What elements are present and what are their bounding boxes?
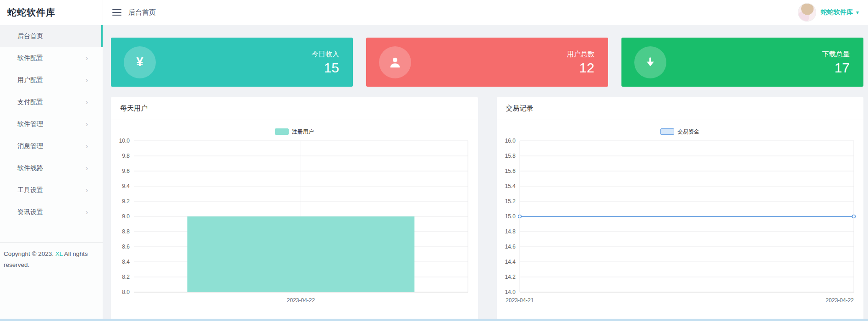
yen-icon: ¥ <box>124 46 156 78</box>
stat-value: 12 <box>567 61 594 75</box>
chevron-right-icon: › <box>86 187 88 194</box>
copyright-brand-link[interactable]: XL <box>55 250 63 257</box>
top-header: 后台首页 蛇蛇软件库 ▼ <box>103 0 868 25</box>
chevron-right-icon: › <box>86 99 88 106</box>
svg-text:15.4: 15.4 <box>505 183 516 189</box>
svg-text:9.0: 9.0 <box>122 213 130 220</box>
sidebar-item-software-manage[interactable]: 软件管理› <box>0 113 103 135</box>
svg-text:2023-04-22: 2023-04-22 <box>825 297 854 304</box>
stat-card-income-today: ¥今日收入15 <box>111 38 353 87</box>
svg-text:8.4: 8.4 <box>122 259 130 265</box>
sidebar-item-message-manage[interactable]: 消息管理› <box>0 135 103 157</box>
sidebar-item-label: 软件管理 <box>17 120 43 128</box>
transactions-chart[interactable]: 16.015.815.615.415.215.014.814.614.414.2… <box>497 137 864 310</box>
copyright-prefix: Copyright © 2023. <box>4 250 55 257</box>
legend-swatch <box>275 128 289 135</box>
sidebar-item-label: 消息管理 <box>17 142 43 150</box>
svg-text:14.4: 14.4 <box>505 259 516 265</box>
sidebar-item-news-settings[interactable]: 资讯设置› <box>0 201 103 223</box>
stat-cards-row: ¥今日收入15用户总数12下载总量17 <box>111 38 863 87</box>
stat-label: 今日收入 <box>312 50 339 59</box>
stat-meta: 用户总数12 <box>567 50 594 75</box>
svg-text:16.0: 16.0 <box>505 138 516 144</box>
chevron-right-icon: › <box>86 55 88 62</box>
avatar[interactable] <box>798 3 816 22</box>
stat-card-total-downloads: 下载总量17 <box>621 38 863 87</box>
sidebar-item-payment-config[interactable]: 支付配置› <box>0 91 103 113</box>
chart-legend[interactable]: 注册用户 <box>111 126 478 137</box>
user-dropdown[interactable]: 蛇蛇软件库 <box>821 8 853 17</box>
svg-text:8.0: 8.0 <box>122 289 130 295</box>
stat-card-total-users: 用户总数12 <box>366 38 608 87</box>
svg-text:8.8: 8.8 <box>122 228 130 235</box>
svg-text:15.2: 15.2 <box>505 198 516 205</box>
svg-text:14.8: 14.8 <box>505 228 516 235</box>
sidebar-item-software-lines[interactable]: 软件线路› <box>0 157 103 179</box>
panel-title: 每天用户 <box>111 97 478 120</box>
app-root: 蛇蛇软件库 后台首页软件配置›用户配置›支付配置›软件管理›消息管理›软件线路›… <box>0 0 868 321</box>
horizontal-scrollbar[interactable] <box>0 319 868 321</box>
user-icon <box>379 46 411 78</box>
app-logo: 蛇蛇软件库 <box>0 0 103 25</box>
stat-label: 下载总量 <box>822 50 850 59</box>
sidebar-item-label: 软件配置 <box>17 54 43 62</box>
svg-text:9.6: 9.6 <box>122 168 130 174</box>
copyright: Copyright © 2023. XL All rights reserved… <box>0 242 103 271</box>
svg-text:9.8: 9.8 <box>122 153 130 159</box>
sidebar-item-label: 用户配置 <box>17 76 43 84</box>
svg-text:2023-04-22: 2023-04-22 <box>287 297 315 304</box>
sidebar-item-label: 支付配置 <box>17 98 43 106</box>
sidebar-item-user-config[interactable]: 用户配置› <box>0 69 103 91</box>
main-column: 后台首页 蛇蛇软件库 ▼ ¥今日收入15用户总数12下载总量17 每天用户 注册… <box>103 0 868 321</box>
legend-label: 注册用户 <box>292 128 314 136</box>
sidebar-item-label: 后台首页 <box>17 32 43 40</box>
stat-meta: 下载总量17 <box>822 50 850 75</box>
sidebar-item-tool-settings[interactable]: 工具设置› <box>0 179 103 201</box>
sidebar-item-label: 软件线路 <box>17 164 43 172</box>
svg-text:8.2: 8.2 <box>122 274 130 280</box>
legend-swatch <box>660 128 674 135</box>
sidebar-item-software-config[interactable]: 软件配置› <box>0 47 103 69</box>
chevron-right-icon: › <box>86 121 88 128</box>
stat-label: 用户总数 <box>567 50 594 59</box>
sidebar-item-label: 工具设置 <box>17 186 43 194</box>
hamburger-menu-icon[interactable] <box>112 9 121 16</box>
chart-wrap: 注册用户 10.09.89.69.49.29.08.88.68.48.28.02… <box>111 120 478 312</box>
sidebar-menu: 后台首页软件配置›用户配置›支付配置›软件管理›消息管理›软件线路›工具设置›资… <box>0 25 103 223</box>
stat-meta: 今日收入15 <box>312 50 339 75</box>
svg-text:14.6: 14.6 <box>505 244 516 250</box>
svg-text:9.2: 9.2 <box>122 198 130 205</box>
svg-text:15.8: 15.8 <box>505 153 516 159</box>
chevron-right-icon: › <box>86 143 88 150</box>
chevron-right-icon: › <box>86 209 88 216</box>
chevron-right-icon: › <box>86 77 88 84</box>
panel-title: 交易记录 <box>497 97 864 120</box>
daily-users-chart[interactable]: 10.09.89.69.49.29.08.88.68.48.28.02023-0… <box>111 137 478 310</box>
chevron-right-icon: › <box>86 165 88 172</box>
chevron-down-icon[interactable]: ▼ <box>855 10 860 15</box>
legend-label: 交易资金 <box>677 128 699 136</box>
sidebar: 蛇蛇软件库 后台首页软件配置›用户配置›支付配置›软件管理›消息管理›软件线路›… <box>0 0 103 321</box>
svg-text:10.0: 10.0 <box>119 138 130 144</box>
chart-legend[interactable]: 交易资金 <box>497 126 864 137</box>
chart-container: 16.015.815.615.415.215.014.814.614.414.2… <box>497 137 864 312</box>
content-area: ¥今日收入15用户总数12下载总量17 每天用户 注册用户 10.09.89.6… <box>103 25 868 321</box>
svg-text:15.6: 15.6 <box>505 168 516 174</box>
svg-text:14.0: 14.0 <box>505 289 516 295</box>
svg-text:14.2: 14.2 <box>505 274 516 280</box>
sidebar-item-home[interactable]: 后台首页 <box>0 25 103 47</box>
panel-transactions: 交易记录 交易资金 16.015.815.615.415.215.014.814… <box>497 97 864 320</box>
svg-text:2023-04-21: 2023-04-21 <box>505 297 534 304</box>
charts-row: 每天用户 注册用户 10.09.89.69.49.29.08.88.68.48.… <box>111 97 863 320</box>
svg-text:15.0: 15.0 <box>505 213 516 220</box>
chart-wrap: 交易资金 16.015.815.615.415.215.014.814.614.… <box>497 120 864 312</box>
svg-text:8.6: 8.6 <box>122 244 130 250</box>
panel-daily-users: 每天用户 注册用户 10.09.89.69.49.29.08.88.68.48.… <box>111 97 478 320</box>
sidebar-item-label: 资讯设置 <box>17 208 43 216</box>
stat-value: 17 <box>822 61 850 75</box>
chart-container: 10.09.89.69.49.29.08.88.68.48.28.02023-0… <box>111 137 478 312</box>
svg-text:9.4: 9.4 <box>122 183 130 189</box>
download-icon <box>634 46 666 78</box>
breadcrumb: 后台首页 <box>128 8 156 17</box>
stat-value: 15 <box>312 61 339 75</box>
